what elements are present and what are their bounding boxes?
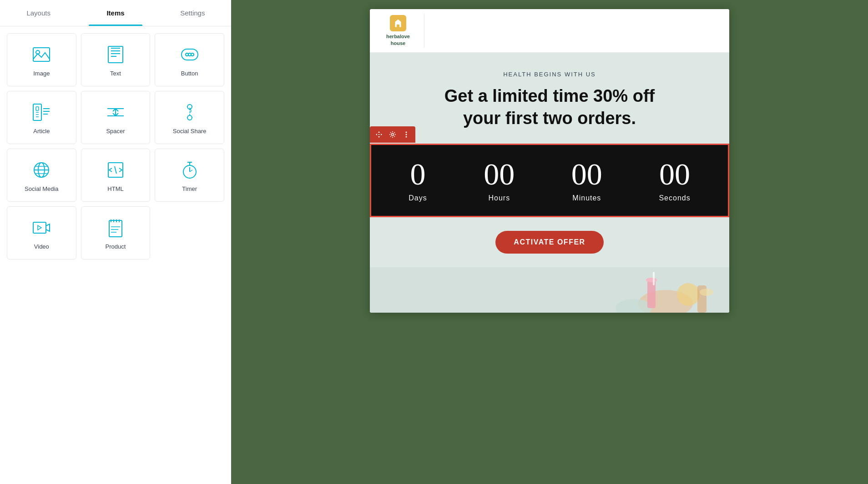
svg-rect-10	[182, 49, 198, 60]
svg-rect-60	[653, 272, 655, 285]
social-share-icon	[178, 100, 202, 124]
email-header: herbalove house	[370, 9, 729, 53]
svg-rect-0	[33, 48, 50, 61]
grid-item-button-label: Button	[181, 70, 198, 77]
svg-point-57	[700, 289, 713, 296]
settings-button[interactable]	[386, 128, 399, 141]
email-bottom-image	[370, 267, 729, 313]
grid-item-timer-label: Timer	[182, 185, 197, 192]
grid-item-video-label: Video	[34, 243, 49, 250]
cta-button[interactable]: ACTIVATE OFFER	[495, 231, 603, 254]
grid-item-spacer-label: Spacer	[106, 128, 125, 135]
article-icon	[30, 100, 53, 124]
hours-label: Hours	[488, 194, 510, 202]
canvas-area: herbalove house HEALTH BEGINS WITH US Ge…	[231, 0, 868, 484]
svg-marker-38	[38, 225, 41, 230]
timer-icon	[178, 158, 202, 182]
video-icon	[30, 216, 53, 240]
svg-rect-37	[33, 222, 46, 233]
left-panel: Layouts Items Settings Image	[0, 0, 231, 484]
tab-items[interactable]: Items	[77, 0, 154, 26]
countdown-minutes: 00 Minutes	[571, 159, 602, 202]
grid-item-video[interactable]: Video	[7, 206, 76, 259]
html-icon	[104, 158, 127, 182]
tab-layouts[interactable]: Layouts	[0, 0, 77, 26]
grid-item-social-media[interactable]: Social Media	[7, 149, 76, 202]
text-icon	[104, 43, 127, 66]
grid-item-image-label: Image	[33, 70, 50, 77]
logo-box: herbalove house	[379, 14, 424, 48]
days-label: Days	[409, 194, 427, 202]
grid-item-html-label: HTML	[107, 185, 123, 192]
svg-point-48	[392, 133, 394, 135]
image-icon	[30, 43, 53, 66]
days-value: 0	[410, 159, 426, 190]
svg-line-31	[115, 166, 116, 174]
block-toolbar	[370, 126, 415, 143]
timer-section: 0 Days 00 Hours 00 Minutes 00 Seconds	[370, 144, 729, 217]
grid-item-social-share[interactable]: Social Share	[155, 91, 224, 144]
grid-item-text[interactable]: Text	[81, 33, 151, 86]
grid-item-product-label: Product	[106, 243, 126, 250]
grid-item-product[interactable]: Product	[81, 206, 151, 259]
svg-point-22	[187, 105, 192, 109]
svg-point-47	[397, 22, 399, 24]
grid-item-html[interactable]: HTML	[81, 149, 151, 202]
svg-point-50	[406, 134, 407, 135]
countdown-hours: 00 Hours	[484, 159, 515, 202]
logo-text: herbalove house	[386, 33, 410, 46]
spacer-icon	[104, 100, 127, 124]
social-media-icon	[30, 158, 53, 182]
hero-title: Get a limited time 30% off your first tw…	[384, 85, 716, 130]
tabs-bar: Layouts Items Settings	[0, 0, 231, 26]
svg-rect-2	[108, 46, 123, 63]
grid-item-button[interactable]: Button	[155, 33, 224, 86]
svg-rect-12	[36, 107, 39, 110]
grid-item-article[interactable]: Article	[7, 91, 76, 144]
hours-value: 00	[484, 159, 515, 190]
more-options-button[interactable]	[400, 128, 413, 141]
svg-point-9	[191, 53, 194, 56]
email-hero: HEALTH BEGINS WITH US Get a limited time…	[370, 53, 729, 144]
svg-point-59	[646, 278, 657, 282]
logo-icon	[390, 15, 406, 31]
grid-item-article-label: Article	[33, 128, 50, 135]
seconds-value: 00	[659, 159, 690, 190]
grid-item-text-label: Text	[110, 70, 121, 77]
svg-point-49	[406, 131, 407, 133]
minutes-value: 00	[571, 159, 602, 190]
grid-item-image[interactable]: Image	[7, 33, 76, 86]
svg-point-51	[406, 136, 407, 137]
countdown-seconds: 00 Seconds	[659, 159, 690, 202]
email-cta: ACTIVATE OFFER	[370, 217, 729, 267]
items-grid: Image Text	[0, 26, 231, 266]
hero-subtitle: HEALTH BEGINS WITH US	[384, 71, 716, 78]
svg-point-23	[187, 115, 192, 120]
grid-item-timer[interactable]: Timer	[155, 149, 224, 202]
tab-settings[interactable]: Settings	[154, 0, 231, 26]
countdown-block: 0 Days 00 Hours 00 Minutes 00 Seconds	[370, 144, 729, 217]
button-icon	[178, 43, 202, 66]
grid-item-social-share-label: Social Share	[173, 128, 207, 135]
seconds-label: Seconds	[659, 194, 690, 202]
svg-rect-39	[109, 220, 122, 237]
svg-point-54	[677, 283, 700, 306]
email-canvas: herbalove house HEALTH BEGINS WITH US Ge…	[370, 9, 729, 313]
countdown-days: 0 Days	[409, 159, 427, 202]
product-icon	[104, 216, 127, 240]
move-button[interactable]	[373, 128, 385, 141]
grid-item-spacer[interactable]: Spacer	[81, 91, 151, 144]
minutes-label: Minutes	[572, 194, 601, 202]
grid-item-social-media-label: Social Media	[25, 185, 58, 192]
